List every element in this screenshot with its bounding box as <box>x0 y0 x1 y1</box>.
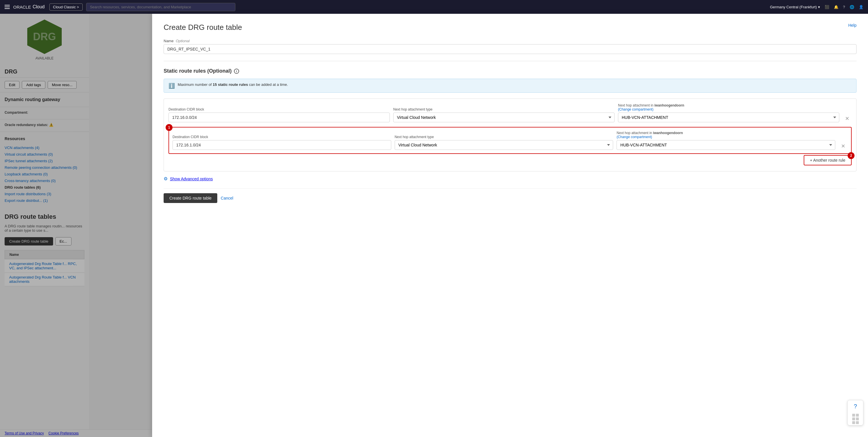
name-input[interactable] <box>164 44 857 54</box>
modal-title: Create DRG route table <box>164 23 242 32</box>
badge-2: 2 <box>848 152 855 159</box>
nav-right: Germany Central (Frankfurt) ▾ ⬛ 🔔 ? 🌐 👤 <box>770 5 864 9</box>
dest-cidr-input-1[interactable] <box>168 113 390 122</box>
cloud-classic-button[interactable]: Cloud Classic > <box>50 3 83 11</box>
grid-dot-4 <box>856 417 859 420</box>
name-field-group: Name Optional <box>164 39 857 54</box>
advanced-options[interactable]: ⚙ Show Advanced options <box>164 176 857 182</box>
next-hop-type-col-2: Next hop attachment type Virtual Cloud N… <box>395 135 613 150</box>
bell-icon[interactable]: 🔔 <box>834 5 838 9</box>
dest-cidr-label-2: Destination CIDR block <box>173 135 391 139</box>
change-compartment-link-2[interactable]: (Change compartment) <box>617 135 652 139</box>
badge-1: 1 <box>166 124 173 131</box>
advanced-options-link[interactable]: Show Advanced options <box>170 177 213 181</box>
advanced-options-icon: ⚙ <box>164 176 167 182</box>
route-rules-container: Destination CIDR block Next hop attachme… <box>164 98 857 171</box>
grid-dot-6 <box>856 421 859 424</box>
hamburger-menu[interactable] <box>5 5 10 9</box>
remove-rule-2-button[interactable]: ✕ <box>839 143 848 150</box>
user-icon[interactable]: 👤 <box>859 5 863 9</box>
globe-icon[interactable]: 🌐 <box>849 5 854 9</box>
help-widget-icon[interactable]: ? <box>851 400 860 413</box>
next-hop-attachment-col-2: Next hop attachment in iwanhoogendoorn (… <box>617 131 835 150</box>
add-route-rule-button[interactable]: + Another route rule 2 <box>804 155 851 165</box>
help-link[interactable]: Help <box>848 23 857 28</box>
region-chevron-icon: ▾ <box>818 5 820 9</box>
next-hop-label-2: Next hop attachment type <box>395 135 613 139</box>
cancel-button[interactable]: Cancel <box>221 196 234 200</box>
region-selector[interactable]: Germany Central (Frankfurt) ▾ <box>770 5 820 9</box>
oracle-text: ORACLE <box>13 5 31 9</box>
route-rule-row-1: Destination CIDR block Next hop attachme… <box>168 103 851 122</box>
region-label: Germany Central (Frankfurt) <box>770 5 817 9</box>
info-banner: ℹ️ Maximum number of 15 static route rul… <box>164 79 857 93</box>
next-hop-attachment-header-1: Next hop attachment in iwanhoogendoorn (… <box>618 103 839 112</box>
create-drg-route-table-submit-button[interactable]: Create DRG route table <box>164 193 217 203</box>
modal-header: Create DRG route table Help <box>164 23 857 32</box>
dest-cidr-input-2[interactable] <box>173 140 391 150</box>
grid-dot-2 <box>856 414 859 416</box>
create-drg-route-table-modal: Create DRG route table Help Name Optiona… <box>152 14 868 437</box>
info-banner-count: 15 static route rules <box>213 83 248 87</box>
route-rule-row-2: 1 Destination CIDR block Next hop attach… <box>168 127 851 154</box>
help-icon[interactable]: ? <box>843 5 845 9</box>
static-routes-header: Static route rules (Optional) i <box>164 68 857 74</box>
attachment-select-2[interactable]: HUB-VCN-ATTACHMENT <box>617 140 835 150</box>
next-hop-type-select-2[interactable]: Virtual Cloud Network <box>395 140 613 150</box>
search-input[interactable] <box>86 3 236 11</box>
info-banner-text: Maximum number of 15 static route rules … <box>178 83 288 87</box>
cloud-text: Cloud <box>33 4 45 9</box>
oracle-logo: ORACLE Cloud <box>13 4 45 9</box>
add-rule-wrapper: + Another route rule 2 <box>168 155 851 165</box>
next-hop-type-select-1[interactable]: Virtual Cloud Network <box>393 113 615 122</box>
dest-cidr-label-1: Destination CIDR block <box>168 107 390 112</box>
dest-cidr-col-1: Destination CIDR block <box>168 107 390 122</box>
tenant-bold-1: iwanhoogendoorn <box>654 103 684 107</box>
change-compartment-link-1[interactable]: (Change compartment) <box>618 107 653 112</box>
name-label: Name Optional <box>164 39 857 43</box>
remove-rule-1-button[interactable]: ✕ <box>843 115 851 122</box>
static-routes-title: Static route rules (Optional) <box>164 68 231 74</box>
section-divider <box>164 61 857 61</box>
console-icon[interactable]: ⬛ <box>825 5 829 9</box>
tenant-bold-2: iwanhoogendoorn <box>653 131 683 135</box>
next-hop-type-col-1: Next hop attachment type Virtual Cloud N… <box>393 107 615 122</box>
grid-dot-1 <box>852 414 855 416</box>
static-routes-info-icon: i <box>234 69 239 74</box>
next-hop-attachment-header-2: Next hop attachment in iwanhoogendoorn (… <box>617 131 835 139</box>
info-banner-icon: ℹ️ <box>168 83 175 89</box>
grid-dot-3 <box>852 417 855 420</box>
add-route-rule-label: + Another route rule <box>810 158 845 162</box>
help-widget-grid <box>851 413 860 425</box>
help-widget: ? <box>847 400 863 426</box>
next-hop-attachment-col-1: Next hop attachment in iwanhoogendoorn (… <box>618 103 839 122</box>
dest-cidr-col-2: Destination CIDR block <box>173 135 391 150</box>
attachment-select-1[interactable]: HUB-VCN-ATTACHMENT <box>618 113 839 122</box>
next-hop-label-1: Next hop attachment type <box>393 107 615 112</box>
modal-footer: Create DRG route table Cancel <box>164 188 857 203</box>
top-navigation: ORACLE Cloud Cloud Classic > Germany Cen… <box>0 0 868 14</box>
name-optional-label: Optional <box>176 39 189 43</box>
grid-dot-5 <box>852 421 855 424</box>
